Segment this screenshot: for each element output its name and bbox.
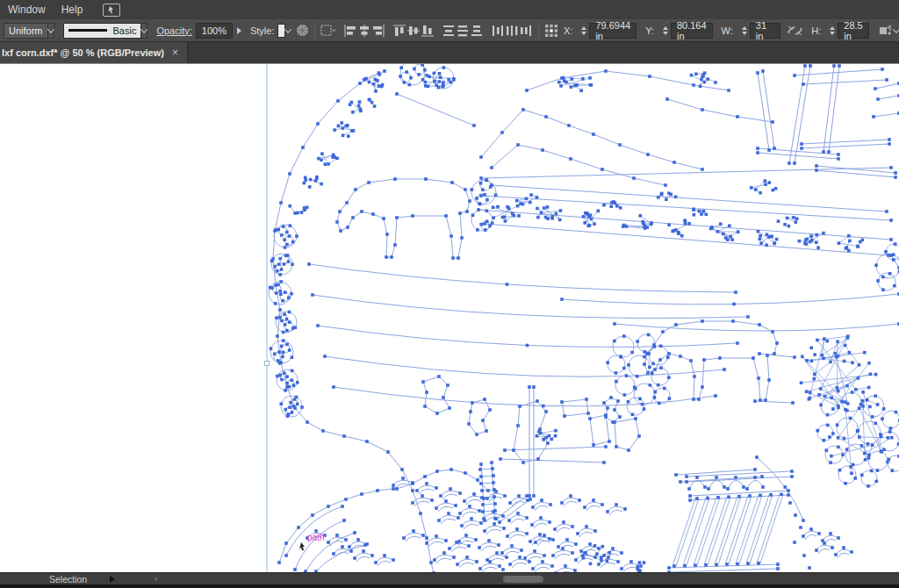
constrain-proportions-broken-link-icon[interactable] [788, 23, 802, 39]
horizontal-scrollbar-track[interactable] [162, 575, 899, 584]
canvas-artwork[interactable]: path [0, 64, 899, 573]
y-stepper[interactable] [663, 26, 668, 35]
menu-bar: Window Help [0, 0, 899, 19]
w-value: 31 in [756, 20, 774, 41]
variable-width-value: Uniform [9, 25, 43, 36]
opacity-value: 100% [202, 25, 227, 36]
style-label: Style: [250, 25, 275, 36]
control-bar: Uniform Basic Opacity: 100% Style: [0, 19, 899, 42]
tab-close-icon[interactable]: × [172, 47, 178, 59]
document-tab-title: lxf corn.dxf* @ 50 % (RGB/Preview) [2, 47, 164, 58]
separator [538, 22, 539, 39]
recolor-artwork-icon[interactable] [296, 23, 309, 39]
transform-chevron-icon[interactable] [894, 23, 899, 39]
stroke-preview-line [68, 29, 107, 32]
reference-point-icon[interactable] [544, 23, 558, 39]
distribute-vertical-top-icon[interactable] [442, 23, 456, 39]
distribute-vertical-center-icon[interactable] [456, 23, 470, 39]
h-input[interactable]: 28.5 in [838, 23, 868, 39]
align-horizontal-left-icon[interactable] [343, 23, 357, 39]
w-input[interactable]: 31 in [750, 23, 780, 39]
variable-width-chevron-icon[interactable] [48, 23, 54, 39]
transform-menu-icon[interactable] [878, 23, 894, 39]
distribute-vertical-bottom-icon[interactable] [470, 23, 484, 39]
x-value: 79.6944 in [595, 20, 630, 41]
opacity-input[interactable]: 100% [196, 23, 233, 39]
window-bottom-edge [0, 584, 899, 588]
distribute-horizontal-left-icon[interactable] [491, 23, 505, 39]
stroke-style-select[interactable]: Basic [63, 23, 142, 39]
status-scroll-bar: Selection ‹ [0, 572, 899, 584]
x-input[interactable]: 79.6944 in [589, 23, 636, 39]
menu-help[interactable]: Help [54, 0, 91, 19]
opacity-label[interactable]: Opacity: [156, 25, 191, 36]
align-vertical-center-icon[interactable] [406, 23, 421, 39]
arrange-documents-icon[interactable] [103, 4, 120, 17]
status-tool-label: Selection [49, 574, 87, 584]
h-stepper[interactable] [830, 26, 835, 35]
status-bar: Selection [0, 573, 146, 585]
w-stepper[interactable] [742, 26, 747, 35]
separator [314, 22, 315, 39]
y-value: 80.164 in [677, 20, 707, 41]
variable-width-select[interactable]: Uniform [4, 23, 48, 39]
document-tab-bar: lxf corn.dxf* @ 50 % (RGB/Preview) × [0, 42, 899, 63]
stroke-style-value: Basic [113, 25, 137, 36]
x-stepper[interactable] [581, 26, 586, 35]
status-flyout-icon[interactable] [110, 576, 115, 583]
opacity-slider-arrow-icon[interactable] [237, 27, 241, 34]
w-label: W: [722, 25, 733, 36]
scroll-left-arrow-icon[interactable]: ‹ [155, 574, 157, 584]
style-chevron-icon[interactable] [285, 23, 291, 39]
document-tab[interactable]: lxf corn.dxf* @ 50 % (RGB/Preview) × [0, 42, 188, 63]
align-horizontal-right-icon[interactable] [371, 23, 385, 39]
stroke-style-chevron-icon[interactable] [141, 23, 147, 39]
distribute-horizontal-right-icon[interactable] [519, 23, 533, 39]
y-label: Y: [645, 25, 654, 36]
canvas-area[interactable]: path [0, 63, 899, 572]
h-label: H: [811, 25, 821, 36]
h-value: 28.5 in [844, 20, 862, 41]
y-input[interactable]: 80.164 in [671, 23, 713, 39]
svg-text:path: path [307, 533, 324, 542]
menu-window[interactable]: Window [0, 0, 54, 19]
align-vertical-bottom-icon[interactable] [421, 23, 435, 39]
align-to-selection-icon[interactable] [320, 23, 336, 39]
align-horizontal-center-icon[interactable] [357, 23, 371, 39]
distribute-horizontal-center-icon[interactable] [505, 23, 519, 39]
align-vertical-top-icon[interactable] [392, 23, 406, 39]
style-swatch[interactable] [277, 24, 284, 38]
x-label: X: [564, 25, 572, 36]
horizontal-scrollbar-thumb[interactable] [503, 576, 543, 583]
